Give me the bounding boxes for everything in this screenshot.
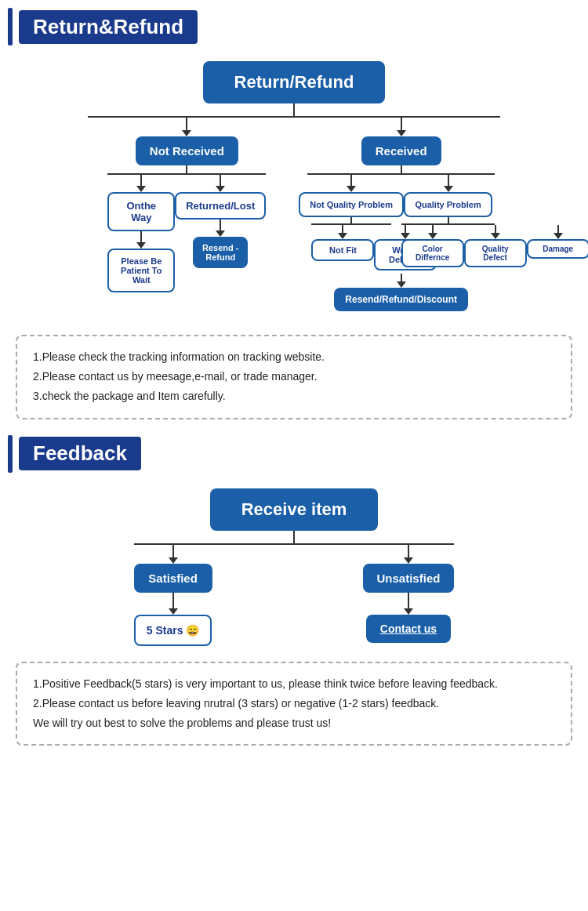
returned-col: Returned/Lost Resend -Refund: [175, 175, 266, 292]
top-h-bar: [88, 116, 500, 118]
return-refund-flowchart: Return/Refund Not Received: [8, 53, 580, 327]
feedback-title: Feedback: [19, 437, 141, 470]
patient-node: Please BePatient To Wait: [107, 249, 175, 292]
nr-h-bar: [107, 173, 266, 175]
qp-subnodes: ColorDiffernce QualityDefect: [401, 225, 495, 267]
unsatisfied-node: Unsatisfied: [363, 564, 455, 593]
arrow-returned: [216, 186, 225, 192]
root-connector: [293, 103, 295, 116]
r-h-bar: [307, 173, 495, 175]
arrow-resend: [216, 230, 225, 237]
arrow-unsatisfied: [404, 557, 413, 564]
contact-us-label: Contact us: [380, 622, 437, 635]
nqp-subnodes: Not Fit WrongDelivery: [311, 225, 390, 270]
fb-info-line-2: 2.Please contact us before leaving nrutr…: [33, 694, 555, 713]
shared-action-container: Resend/Refund/Discount: [334, 274, 468, 311]
return-refund-header: Return&Refund: [8, 8, 580, 45]
arrow-received: [397, 130, 406, 136]
feedback-section: Feedback Receive item Satisfied: [8, 435, 580, 746]
resend-refund-node: Resend -Refund: [193, 237, 248, 268]
arrow-5stars: [169, 608, 178, 615]
top-branches: Not Received Onthe Way: [88, 118, 500, 311]
quality-problem-node: Quality Problem: [404, 192, 492, 217]
feedback-flowchart: Receive item Satisfied 5 Stars 😄: [8, 481, 580, 654]
info-line-1: 1.Please check the tracking information …: [33, 347, 555, 367]
return-refund-section: Return&Refund Return/Refund Not Received: [8, 8, 580, 419]
fb-info-line-3: We will try out best to solve the proble…: [33, 713, 555, 733]
arrow-notfit: [338, 233, 347, 239]
not-quality-node: Not Quality Problem: [299, 192, 404, 217]
ontheway-node: Onthe Way: [107, 192, 175, 231]
fb-top-h-bar: [134, 543, 455, 545]
right-branch: Received Not Quality Problem: [303, 118, 500, 311]
fb-root-node: Receive item: [210, 488, 379, 531]
damage-node: Damage: [527, 239, 588, 259]
arrow-ontheway: [136, 186, 146, 192]
info-line-2: 2.Please contact us by meesage,e-mail, o…: [33, 367, 555, 387]
notfit-node: Not Fit: [311, 239, 374, 261]
return-info-box: 1.Please check the tracking information …: [16, 335, 572, 419]
nr-children: Onthe Way Please BePatient To Wait: [107, 175, 266, 292]
arrow-qp: [444, 186, 453, 192]
received-node: Received: [361, 136, 441, 165]
colordiff-node: ColorDiffernce: [401, 239, 464, 267]
not-quality-col: Not Quality Problem Not Fit: [307, 175, 396, 270]
ontheway-col: Onthe Way Please BePatient To Wait: [107, 175, 175, 292]
arrow-contactus: [404, 608, 413, 615]
arrow-satisfied: [169, 557, 178, 564]
feedback-header-bar: [8, 435, 13, 473]
qualitydefect-node: QualityDefect: [464, 239, 527, 267]
colordiff-col: ColorDiffernce: [401, 225, 464, 267]
fb-branches: Satisfied 5 Stars 😄 Unsatisfied: [134, 545, 455, 646]
arrow-colordiff: [428, 233, 437, 239]
damage-col: Damage: [527, 225, 588, 267]
fb-info-line-1: 1.Positive Feedback(5 stars) is very imp…: [33, 674, 555, 694]
nqp-h-bar: [311, 223, 390, 225]
satisfied-node: Satisfied: [134, 564, 212, 593]
notfit-col: Not Fit: [311, 225, 374, 270]
feedback-info-box: 1.Positive Feedback(5 stars) is very imp…: [16, 662, 572, 746]
contact-us-node[interactable]: Contact us: [366, 615, 451, 643]
left-branch: Not Received Onthe Way: [88, 118, 285, 311]
arrow-patient: [136, 242, 146, 249]
not-received-node: Not Received: [136, 136, 238, 165]
shared-action-node: Resend/Refund/Discount: [334, 288, 468, 311]
return-refund-title: Return&Refund: [19, 10, 198, 44]
quality-col: Quality Problem ColorDiffernce: [401, 175, 495, 270]
arrow-nqp: [347, 186, 356, 192]
arrow-shared-action: [397, 281, 406, 288]
arrow-not-received: [182, 130, 191, 136]
header-bar: [8, 8, 13, 45]
feedback-header: Feedback: [8, 435, 580, 473]
unsatisfied-col: Unsatisfied Contact us: [363, 545, 455, 646]
info-line-3: 3.check the package and Item carefully.: [33, 387, 555, 406]
five-stars-label: 5 Stars 😄: [147, 624, 200, 637]
satisfied-col: Satisfied 5 Stars 😄: [134, 545, 212, 646]
qualitydefect-col: QualityDefect: [464, 225, 527, 267]
qp-h-bar: [401, 223, 495, 225]
arrow-qualitydefect: [491, 233, 500, 239]
r-children: Not Quality Problem Not Fit: [307, 175, 495, 270]
five-stars-node: 5 Stars 😄: [134, 615, 212, 646]
arrow-damage: [554, 233, 563, 239]
root-node: Return/Refund: [203, 61, 386, 103]
returned-node: Returned/Lost: [175, 192, 266, 220]
